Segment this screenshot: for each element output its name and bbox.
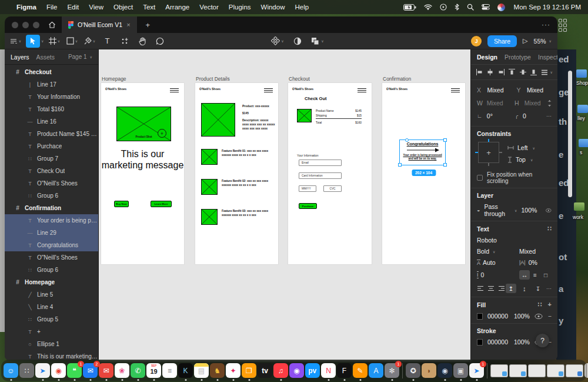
text-align-right-icon[interactable] [498,285,505,291]
dock-art-app[interactable]: ◗ [422,363,436,378]
selection-handle[interactable] [398,163,402,167]
spotlight-search-icon[interactable] [467,4,474,11]
height-field[interactable]: Mixed [524,99,547,107]
dock-chrome[interactable]: ◉ [51,363,66,378]
dock-toggl[interactable]: ✦ [226,363,240,378]
width-field[interactable]: Mixed [487,99,510,107]
vertical-align-bottom-button[interactable]: ↧ [533,284,543,293]
layer-row[interactable]: T + [5,325,98,338]
dock-minimized-window-3[interactable] [528,364,546,377]
design-canvas[interactable]: Homepage O'Neill's Shoes Product Shot + … [99,49,470,360]
home-icon[interactable] [48,21,56,28]
feature-row[interactable]: Feature Benifit 02: xxx xx xxx xxxx xxxx… [201,179,275,195]
menu-file[interactable]: File [46,4,58,11]
selection-handle[interactable] [443,138,447,142]
dock-books[interactable]: ❐ [242,363,256,378]
stroke-hex-field[interactable]: 000000 [487,338,508,346]
desktop-icon-label[interactable]: s [579,150,583,155]
layer-row[interactable]: T O"Neill's Shoes [5,177,98,190]
frame-label-confirmation[interactable]: Confirmation [383,76,411,82]
expiry-field[interactable]: MM/YY [299,185,316,192]
brand-text[interactable]: O'Neill's Shoes [199,87,220,91]
constrain-proportions-icon[interactable] [547,99,552,107]
feature-image-placeholder[interactable] [201,179,218,195]
menu-arrange[interactable]: Arrange [165,4,189,11]
battery-icon[interactable] [403,4,416,11]
shape-tool-button[interactable]: ∨ [65,35,79,48]
menu-figma[interactable]: Figma [16,4,36,11]
corner-radius-field[interactable]: 0 [523,112,546,119]
file-tab[interactable]: O'Neill Ecom V1 × [62,16,137,33]
type-details-icon[interactable]: ··· [546,285,552,291]
align-top-icon[interactable] [508,68,516,76]
dock-minimized-window-2[interactable] [509,364,527,377]
frame-label-homepage[interactable]: Homepage [102,76,126,82]
layer-row[interactable]: # Confirmation [5,202,98,214]
wifi-icon[interactable] [424,4,432,10]
font-weight-select[interactable]: Bold ∨ [477,248,519,255]
product-shot-placeholder[interactable]: Product Shot + [116,107,171,141]
distribute-menu[interactable]: ∨ [541,69,553,76]
layer-row[interactable]: — Line 29 [5,227,98,239]
checkbox-icon[interactable] [477,175,483,181]
checkout-heading[interactable]: Check Out [305,96,327,101]
layer-row[interactable]: T Congratulations [5,239,98,251]
dock-minimized-window-4[interactable] [547,364,564,377]
frame-tool-button[interactable]: ∨ [47,35,61,48]
tab-close-icon[interactable]: × [126,21,130,28]
constraints-widget[interactable]: + [478,142,499,163]
comment-tool-button[interactable] [153,35,167,48]
dock-keychain[interactable]: ✪ [406,363,420,378]
layer-row[interactable]: ○ Ellipse 1 [5,338,98,350]
move-tool-button[interactable] [26,35,40,48]
fill-opacity-field[interactable]: 100% [514,313,530,320]
layer-row[interactable]: ∷ Group 6 [5,264,98,276]
desktop-file-icon[interactable] [576,69,587,78]
zoom-level-control[interactable]: 55% ∨ [534,38,552,45]
text-align-center-icon[interactable] [487,285,495,291]
feature-image-placeholder[interactable] [201,149,218,165]
menu-edit[interactable]: Edit [67,4,79,11]
text-align-left-icon[interactable] [477,285,484,291]
menu-help[interactable]: Help [295,4,309,11]
congratulations-text[interactable]: Congratulations [400,142,445,146]
tabbar-overflow-icon[interactable]: ··· [542,21,550,29]
vertical-constraint-select[interactable]: Top ∨ [507,154,535,165]
menu-plugins[interactable]: Plugins [229,4,251,11]
dock-launchpad[interactable]: ∷ [19,363,34,378]
dock-prime-video[interactable]: pv [305,363,320,378]
cvc-field[interactable]: CVC [323,185,342,192]
align-horizontal-centers-icon[interactable] [486,68,494,76]
layer-row[interactable]: ╲ Line 4 [5,301,98,313]
hand-tool-button[interactable] [135,35,149,48]
font-size-field[interactable]: Mixed [519,248,536,255]
feature-row[interactable]: Feature Benifit 03: xxx xx xxx xxxx xxxx… [201,209,275,225]
hamburger-menu-icon[interactable] [264,88,273,92]
selection-handle[interactable] [443,163,447,167]
dock-news[interactable]: N [321,363,336,378]
dock-steam[interactable]: ◉ [437,363,452,378]
brand-text[interactable]: O'Neill's Shoes [386,87,407,91]
pen-tool-button[interactable]: ∨ [82,35,96,48]
marketing-headline[interactable]: This is our marketing message [101,149,184,171]
tab-prototype[interactable]: Prototype [505,54,531,61]
card-information-field[interactable]: Card Information [299,172,342,179]
screen-record-icon[interactable] [440,4,447,11]
paragraph-spacing-field[interactable]: I 0 [477,271,519,278]
window-minimize-button[interactable] [22,22,29,28]
dock-system-preferences[interactable]: ✻ 1 [385,363,399,378]
product-description-text[interactable]: Description: xxxxx xxxx xxxx xxx xx xxxx… [242,118,275,131]
rotation-field[interactable]: 0° [487,112,510,119]
menu-object[interactable]: Object [113,4,133,11]
layer-row[interactable]: ∷ Group 5 [5,313,98,325]
frame-label-product-details[interactable]: Product Details [196,76,230,82]
frame-checkout[interactable]: O'Neill's Shoes Check Out Product Name$1… [288,83,372,264]
fill-color-swatch[interactable] [477,313,483,320]
dock-minimized-window-5[interactable] [566,364,583,377]
new-tab-button[interactable]: + [146,21,151,29]
order-processed-text[interactable]: Your order is being processed and will b… [400,154,445,161]
selection-handle[interactable] [405,138,409,142]
menubar-clock[interactable]: Mon Sep 19 12:16 PM [514,4,581,11]
fill-styles-icon[interactable]: ∷ [538,301,542,308]
purchase-button[interactable]: Purchace [299,203,317,209]
